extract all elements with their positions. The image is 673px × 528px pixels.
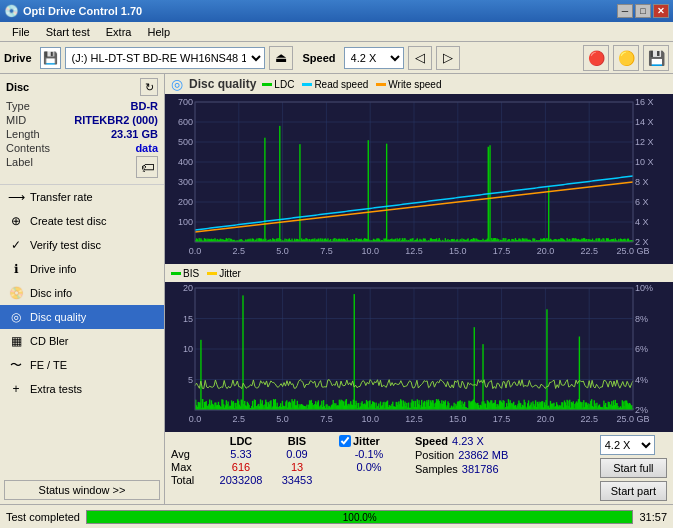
disc-label-edit-button[interactable]: 🏷 bbox=[136, 156, 158, 178]
disc-header: Disc ↻ bbox=[6, 78, 158, 96]
create-test-disc-icon: ⊕ bbox=[8, 213, 24, 229]
start-full-button[interactable]: Start full bbox=[600, 458, 667, 478]
avg-label: Avg bbox=[171, 448, 209, 460]
speed-select-main[interactable]: 4.2 X bbox=[600, 435, 655, 455]
chart-title-icon: ◎ bbox=[171, 76, 183, 92]
speed-select-row: 4.2 X bbox=[600, 435, 667, 455]
next-speed-button[interactable]: ▷ bbox=[436, 46, 460, 70]
bis-label: BIS bbox=[183, 268, 199, 279]
stats-header-row: LDC BIS Jitter bbox=[171, 435, 399, 447]
ldc-col-header: LDC bbox=[211, 435, 271, 447]
legend-jitter: Jitter bbox=[207, 268, 241, 279]
menu-bar: File Start test Extra Help bbox=[0, 22, 673, 42]
drive-select[interactable]: (J:) HL-DT-ST BD-RE WH16NS48 1.D3 bbox=[65, 47, 265, 69]
app-icon: 💿 bbox=[4, 4, 19, 18]
app-title: Opti Drive Control 1.70 bbox=[23, 5, 617, 17]
window-controls: ─ □ ✕ bbox=[617, 4, 669, 18]
bis-col-header: BIS bbox=[273, 435, 321, 447]
jitter-header-cell: Jitter bbox=[339, 435, 399, 447]
position-value: 23862 MB bbox=[458, 449, 508, 461]
menu-extra[interactable]: Extra bbox=[98, 24, 140, 40]
max-ldc: 616 bbox=[211, 461, 271, 473]
read-color-swatch bbox=[302, 83, 312, 86]
speed-select-toolbar[interactable]: 4.2 X bbox=[344, 47, 404, 69]
nav-extra-tests-label: Extra tests bbox=[30, 383, 82, 395]
position-label: Position bbox=[415, 449, 454, 461]
status-bar: Test completed 100.0% 31:57 bbox=[0, 504, 673, 528]
right-panel: ◎ Disc quality LDC Read speed Write spee… bbox=[165, 74, 673, 504]
total-ldc: 2033208 bbox=[211, 474, 271, 486]
disc-quality-icon: ◎ bbox=[8, 309, 24, 325]
disc-refresh-button[interactable]: ↻ bbox=[140, 78, 158, 96]
speed-row: Speed 4.23 X bbox=[415, 435, 508, 447]
speed-avg-value: 4.23 X bbox=[452, 435, 484, 447]
stats-avg-row: Avg 5.33 0.09 -0.1% bbox=[171, 448, 399, 460]
disc-mid-value: RITEKBR2 (000) bbox=[74, 114, 158, 126]
nav-drive-info[interactable]: ℹ Drive info bbox=[0, 257, 164, 281]
menu-start-test[interactable]: Start test bbox=[38, 24, 98, 40]
menu-help[interactable]: Help bbox=[139, 24, 178, 40]
toolbar: Drive 💾 (J:) HL-DT-ST BD-RE WH16NS48 1.D… bbox=[0, 42, 673, 74]
speed-header: Speed bbox=[415, 435, 448, 447]
maximize-button[interactable]: □ bbox=[635, 4, 651, 18]
stats-row-outer: LDC BIS Jitter Avg 5.33 0.0 bbox=[171, 435, 667, 501]
nav-extra-tests[interactable]: + Extra tests bbox=[0, 377, 164, 401]
total-label: Total bbox=[171, 474, 209, 486]
write-color-swatch bbox=[376, 83, 386, 86]
disc-info-icon: 📀 bbox=[8, 285, 24, 301]
nav-disc-info-label: Disc info bbox=[30, 287, 72, 299]
jitter-col-header: Jitter bbox=[353, 435, 380, 447]
samples-label: Samples bbox=[415, 463, 458, 475]
samples-row: Samples 381786 bbox=[415, 463, 508, 475]
nav-disc-quality[interactable]: ◎ Disc quality bbox=[0, 305, 164, 329]
disc-panel: Disc ↻ Type BD-R MID RITEKBR2 (000) Leng… bbox=[0, 74, 164, 185]
menu-file[interactable]: File bbox=[4, 24, 38, 40]
ldc-chart bbox=[165, 94, 673, 264]
start-part-button[interactable]: Start part bbox=[600, 481, 667, 501]
status-window-button[interactable]: Status window >> bbox=[4, 480, 160, 500]
nav-disc-info[interactable]: 📀 Disc info bbox=[0, 281, 164, 305]
charts-area: BIS Jitter LD bbox=[165, 94, 673, 504]
sidebar: Disc ↻ Type BD-R MID RITEKBR2 (000) Leng… bbox=[0, 74, 165, 504]
main-content: Disc ↻ Type BD-R MID RITEKBR2 (000) Leng… bbox=[0, 74, 673, 504]
action-btn-2[interactable]: 🟡 bbox=[613, 45, 639, 71]
max-jitter: 0.0% bbox=[339, 461, 399, 473]
disc-label-row: Label 🏷 bbox=[6, 156, 158, 178]
total-bis: 33453 bbox=[273, 474, 321, 486]
nav-verify-test-disc[interactable]: ✓ Verify test disc bbox=[0, 233, 164, 257]
save-button[interactable]: 💾 bbox=[643, 45, 669, 71]
bottom-chart bbox=[165, 282, 673, 432]
disc-length-row: Length 23.31 GB bbox=[6, 128, 158, 140]
jitter-color-swatch bbox=[207, 272, 217, 275]
disc-contents-row: Contents data bbox=[6, 142, 158, 154]
nav-fe-te[interactable]: 〜 FE / TE bbox=[0, 353, 164, 377]
transfer-rate-icon: ⟶ bbox=[8, 189, 24, 205]
disc-mid-row: MID RITEKBR2 (000) bbox=[6, 114, 158, 126]
legend-write: Write speed bbox=[376, 79, 441, 90]
speed-label: Speed bbox=[303, 52, 336, 64]
nav-disc-quality-label: Disc quality bbox=[30, 311, 86, 323]
disc-label-label: Label bbox=[6, 156, 33, 178]
disc-length-label: Length bbox=[6, 128, 40, 140]
nav-cd-bler[interactable]: ▦ CD Bler bbox=[0, 329, 164, 353]
nav-create-test-disc-label: Create test disc bbox=[30, 215, 106, 227]
verify-test-disc-icon: ✓ bbox=[8, 237, 24, 253]
jitter-checkbox[interactable] bbox=[339, 435, 351, 447]
disc-length-value: 23.31 GB bbox=[111, 128, 158, 140]
legend-ldc: LDC bbox=[262, 79, 294, 90]
stats-max-row: Max 616 13 0.0% bbox=[171, 461, 399, 473]
eject-button[interactable]: ⏏ bbox=[269, 46, 293, 70]
bis-chart bbox=[165, 282, 673, 432]
close-button[interactable]: ✕ bbox=[653, 4, 669, 18]
avg-bis: 0.09 bbox=[273, 448, 321, 460]
disc-type-value: BD-R bbox=[131, 100, 159, 112]
prev-speed-button[interactable]: ◁ bbox=[408, 46, 432, 70]
nav-transfer-rate[interactable]: ⟶ Transfer rate bbox=[0, 185, 164, 209]
action-btn-1[interactable]: 🔴 bbox=[583, 45, 609, 71]
minimize-button[interactable]: ─ bbox=[617, 4, 633, 18]
nav-create-test-disc[interactable]: ⊕ Create test disc bbox=[0, 209, 164, 233]
time-display: 31:57 bbox=[639, 511, 667, 523]
extra-tests-icon: + bbox=[8, 381, 24, 397]
stats-table: LDC BIS Jitter Avg 5.33 0.0 bbox=[171, 435, 399, 486]
write-label: Write speed bbox=[388, 79, 441, 90]
